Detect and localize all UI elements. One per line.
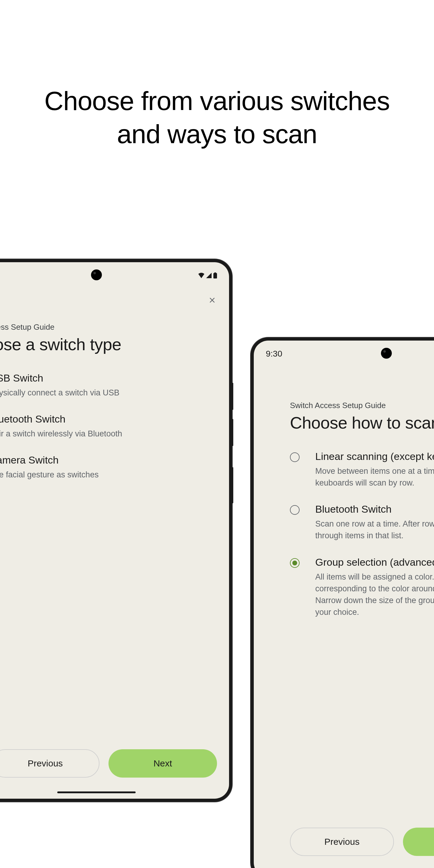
options-list: USB Switch Physically connect a switch v…: [0, 372, 217, 495]
option-text: Group selection (advanced) All items wil…: [315, 556, 434, 618]
radio-checked-icon: [290, 558, 300, 568]
button-row: Previous Next: [0, 749, 217, 778]
option-title: USB Switch: [0, 372, 217, 384]
radio-unchecked-icon: [290, 505, 300, 515]
previous-button[interactable]: Previous: [290, 828, 394, 856]
option-text: Bluetooth Switch Pair a switch wirelessl…: [0, 413, 217, 440]
option-text: Linear scanning (except keyboar Move bet…: [315, 451, 434, 489]
screen-heading: Choose how to scan: [290, 413, 434, 433]
radio-unchecked-icon: [290, 453, 300, 462]
page-title: Choose from various switches and ways to…: [36, 84, 398, 151]
next-button[interactable]: Next: [108, 749, 217, 778]
option-text: Bluetooth Switch Scan one row at a time.…: [315, 503, 434, 541]
phone-mockup-right: 9:30 Switch Access Setup Guide Choose ho…: [254, 341, 434, 868]
signal-icon: [206, 273, 212, 278]
option-bluetooth-switch[interactable]: Bluetooth Switch Pair a switch wirelessl…: [0, 413, 217, 440]
option-title: Group selection (advanced): [315, 556, 434, 568]
option-bluetooth-switch-scan[interactable]: Bluetooth Switch Scan one row at a time.…: [290, 503, 434, 541]
option-camera-switch[interactable]: Camera Switch Use facial gesture as swit…: [0, 454, 217, 481]
wifi-icon: [198, 273, 204, 278]
option-text: Camera Switch Use facial gesture as swit…: [0, 454, 217, 481]
option-description: Use facial gesture as switches: [0, 469, 217, 481]
option-title: Bluetooth Switch: [0, 413, 217, 425]
option-linear-scanning[interactable]: Linear scanning (except keyboar Move bet…: [290, 451, 434, 489]
phone-content: Switch Access Setup Guide Choose how to …: [254, 374, 434, 868]
option-title: Linear scanning (except keyboar: [315, 451, 434, 462]
status-icons: [198, 273, 217, 278]
option-description: Move between items one at a time. Note t…: [315, 465, 434, 489]
svg-rect-0: [213, 273, 217, 278]
close-button[interactable]: [207, 296, 217, 305]
status-time: 9:30: [266, 349, 282, 359]
setup-guide-label: Switch Access Setup Guide: [290, 401, 386, 410]
screen-heading: Choose a switch type: [0, 335, 121, 354]
option-text: USB Switch Physically connect a switch v…: [0, 372, 217, 399]
phone-mockup-left: 0 witch Access Setup Guide Choose a swit…: [0, 262, 229, 799]
svg-rect-1: [214, 273, 216, 273]
options-list: Linear scanning (except keyboar Move bet…: [290, 451, 434, 632]
status-bar: 0: [0, 270, 229, 281]
option-usb-switch[interactable]: USB Switch Physically connect a switch v…: [0, 372, 217, 399]
volume-down-button: [232, 419, 233, 446]
status-bar: 9:30: [254, 348, 434, 360]
option-group-selection[interactable]: Group selection (advanced) All items wil…: [290, 556, 434, 618]
button-row: Previous Next: [290, 828, 434, 856]
option-description: Pair a switch wirelessly via Bluetooth: [0, 428, 217, 440]
phone-content: witch Access Setup Guide Choose a switch…: [0, 296, 229, 799]
option-description: All items will be assigned a color. Pres…: [315, 571, 434, 618]
close-icon: [208, 296, 216, 304]
next-button[interactable]: Next: [403, 828, 434, 856]
battery-icon: [213, 273, 217, 278]
volume-up-button: [232, 383, 233, 410]
option-description: Scan one row at a time. After row is sel…: [315, 518, 434, 541]
option-description: Physically connect a switch via USB: [0, 387, 217, 399]
option-title: Bluetooth Switch: [315, 503, 434, 515]
option-title: Camera Switch: [0, 454, 217, 466]
power-button: [232, 467, 233, 503]
previous-button[interactable]: Previous: [0, 749, 99, 778]
setup-guide-label: witch Access Setup Guide: [0, 322, 55, 332]
home-indicator[interactable]: [57, 792, 135, 793]
